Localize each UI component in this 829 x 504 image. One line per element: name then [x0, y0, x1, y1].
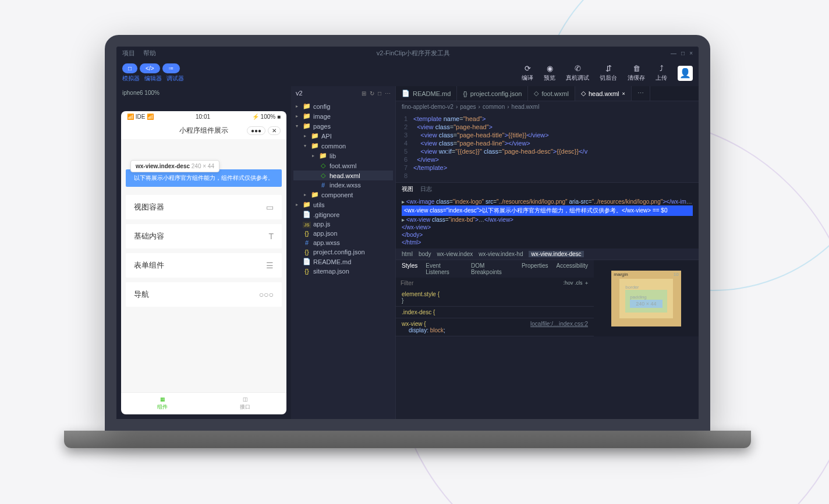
- tree-item[interactable]: 📄.gitignore: [293, 210, 393, 219]
- file-type-icon: ◇: [319, 172, 327, 179]
- editor-label: 编辑器: [144, 74, 162, 83]
- tabs-more-icon[interactable]: ⋯: [632, 86, 650, 101]
- styles-filter-opts[interactable]: :hov .cls ＋: [563, 279, 589, 287]
- action-icon: ◉: [547, 64, 553, 73]
- toolbar-action[interactable]: ◉预览: [544, 64, 555, 82]
- card-icon: ○○○: [259, 290, 274, 299]
- tree-item[interactable]: ▾📁pages: [293, 121, 393, 131]
- dom-node[interactable]: ▸ <wx-view class="index-bd">…</wx-view>: [402, 216, 693, 223]
- menu-card[interactable]: 基础内容T: [126, 224, 282, 249]
- tree-item[interactable]: ◇head.wxml: [293, 171, 393, 180]
- file-type-icon: 📁: [303, 201, 311, 208]
- menu-card[interactable]: 视图容器▭: [126, 195, 282, 219]
- refresh-icon[interactable]: ↻: [370, 90, 374, 97]
- dom-node[interactable]: </wx-view>: [402, 223, 693, 231]
- tree-item[interactable]: ▾📁common: [293, 141, 393, 151]
- dom-node[interactable]: <wx-view class="index-desc">以下将展示小程序官方组件…: [402, 205, 693, 216]
- toolbar-action[interactable]: 🗑清缓存: [628, 64, 645, 82]
- element-path[interactable]: htmlbodywx-view.indexwx-view.index-hdwx-…: [396, 249, 699, 260]
- collapse-icon[interactable]: □: [378, 90, 381, 97]
- menu-dots-icon[interactable]: ●●●: [247, 126, 265, 135]
- file-type-icon: JS: [303, 221, 311, 228]
- tree-item[interactable]: {}sitemap.json: [293, 267, 393, 276]
- arrow-icon: ▸: [312, 153, 317, 158]
- box-model: margin 10 border padding 240 × 44: [594, 260, 699, 336]
- dom-inspector[interactable]: ▸ <wx-image class="index-logo" src="../r…: [396, 196, 699, 249]
- css-rule[interactable]: wx-view {localfile:/…index.css:2display:…: [396, 318, 594, 336]
- css-rule[interactable]: .index-desc {</span></div><div class="cs…: [396, 307, 594, 318]
- tree-item[interactable]: #index.wxss: [293, 180, 393, 190]
- avatar[interactable]: 👤: [678, 66, 693, 81]
- tree-item[interactable]: ▸📁lib: [293, 151, 393, 161]
- dom-node[interactable]: </html>: [402, 239, 693, 246]
- toolbar-action[interactable]: ✆真机调试: [566, 64, 589, 82]
- code-editor[interactable]: 1<template name="head">2 <view class="pa…: [396, 112, 699, 182]
- dom-node[interactable]: </body>: [402, 231, 693, 239]
- tree-item[interactable]: #app.wxss: [293, 238, 393, 247]
- menu-help[interactable]: 帮助: [143, 49, 156, 58]
- toolbar-action[interactable]: ⤴上传: [656, 64, 667, 82]
- tree-item[interactable]: JSapp.js: [293, 219, 393, 229]
- tabbar-item[interactable]: ◫接口: [204, 393, 286, 414]
- menu-project[interactable]: 项目: [122, 49, 135, 58]
- tree-item[interactable]: ▸📁component: [293, 190, 393, 200]
- debugger-toggle[interactable]: ⩴: [162, 63, 180, 73]
- tab-icon: ◫: [243, 396, 248, 402]
- tab-icon: ▦: [160, 396, 165, 402]
- close-app-icon[interactable]: ✕: [268, 126, 281, 135]
- more-icon[interactable]: ⋯: [385, 90, 391, 97]
- explorer-root[interactable]: v2: [296, 90, 303, 97]
- dom-node[interactable]: ▸ <wx-image class="index-logo" src="../r…: [402, 198, 693, 205]
- styles-tab[interactable]: Accessibility: [557, 262, 588, 275]
- breadcrumb[interactable]: fino-applet-demo-v2›pages›common›head.wx…: [396, 101, 699, 112]
- arrow-icon: ▸: [296, 104, 300, 109]
- styles-tab[interactable]: DOM Breakpoints: [471, 262, 513, 275]
- styles-filter-input[interactable]: [401, 280, 563, 286]
- titlebar: 项目 帮助 v2-FinClip小程序开发工具 — □ ×: [116, 47, 699, 60]
- styles-tab[interactable]: Event Listeners: [426, 262, 463, 275]
- editor-tab[interactable]: ◇foot.wxml: [528, 86, 575, 101]
- simulator-toggle[interactable]: □: [122, 63, 137, 73]
- tree-item[interactable]: ▸📁utils: [293, 200, 393, 210]
- file-type-icon: ◇: [319, 162, 327, 169]
- arrow-icon: ▾: [296, 123, 300, 129]
- tabbar-item[interactable]: ▦组件: [121, 393, 204, 414]
- menu-card[interactable]: 表单组件☰: [126, 253, 282, 278]
- path-segment[interactable]: body: [419, 251, 431, 257]
- card-icon: T: [268, 232, 274, 241]
- laptop-frame: 项目 帮助 v2-FinClip小程序开发工具 — □ × □ </> ⩴: [105, 35, 710, 448]
- path-segment[interactable]: wx-view.index-hd: [479, 251, 523, 257]
- tree-item[interactable]: ▸📁config: [293, 101, 393, 111]
- toolbar-action[interactable]: ⇵切后台: [600, 64, 617, 82]
- path-segment[interactable]: wx-view.index-desc: [529, 251, 583, 257]
- devtools-tab-view[interactable]: 视图: [402, 185, 413, 193]
- new-file-icon[interactable]: ⊞: [362, 90, 366, 97]
- close-tab-icon[interactable]: ×: [622, 91, 625, 97]
- path-segment[interactable]: wx-view.index: [437, 251, 473, 257]
- editor-tab[interactable]: {}project.config.json: [457, 86, 528, 101]
- menu-card[interactable]: 导航○○○: [126, 282, 282, 307]
- devtools-tab-log[interactable]: 日志: [420, 185, 432, 193]
- tree-item[interactable]: {}project.config.json: [293, 247, 393, 257]
- editor-toggle[interactable]: </>: [140, 63, 160, 73]
- css-rule[interactable]: element.style {}: [396, 289, 594, 307]
- inspect-tooltip: wx-view.index-desc 240 × 44: [130, 160, 219, 172]
- minimize-icon[interactable]: —: [671, 50, 676, 56]
- editor-tab[interactable]: 📄README.md: [396, 86, 457, 101]
- tree-item[interactable]: ◇foot.wxml: [293, 161, 393, 171]
- path-segment[interactable]: html: [402, 251, 413, 257]
- tree-item[interactable]: {}app.json: [293, 229, 393, 238]
- editor-tab[interactable]: ◇head.wxml×: [575, 86, 632, 101]
- tree-item[interactable]: ▸📁image: [293, 111, 393, 121]
- file-type-icon: 📁: [319, 152, 327, 159]
- styles-tab[interactable]: Styles: [402, 262, 417, 275]
- maximize-icon[interactable]: □: [681, 50, 685, 56]
- tree-item[interactable]: 📄README.md: [293, 257, 393, 267]
- close-icon[interactable]: ×: [689, 50, 693, 56]
- tree-item[interactable]: ▸📁API: [293, 131, 393, 141]
- action-icon: 🗑: [633, 64, 640, 73]
- signal-icon: 📶 IDE 📶: [127, 113, 154, 120]
- styles-tab[interactable]: Properties: [522, 262, 548, 275]
- toolbar-action[interactable]: ⟳编译: [522, 64, 533, 82]
- line-number: 2: [396, 123, 413, 130]
